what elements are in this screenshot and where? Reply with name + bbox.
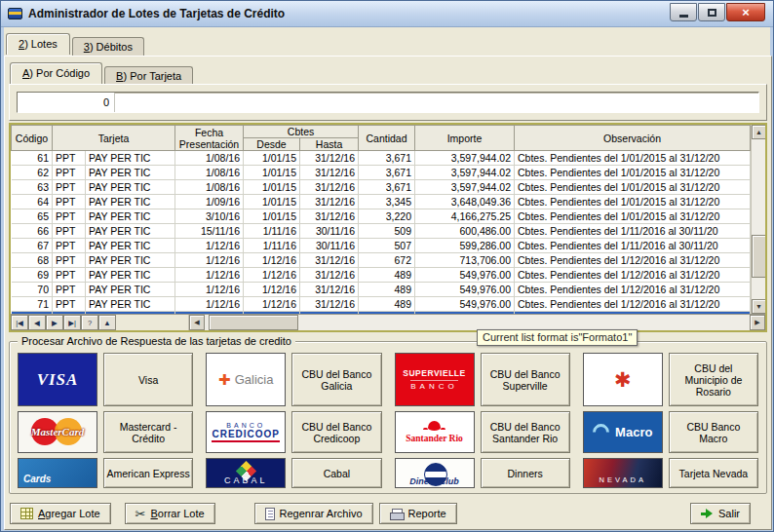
table-row[interactable]: 61PPTPAY PER TIC1/08/161/01/1531/12/163,… bbox=[12, 151, 751, 166]
cell-importe: 549,976.00 bbox=[415, 268, 515, 283]
col-header-cantidad[interactable]: Cantidad bbox=[359, 126, 415, 151]
credicoop-logo-icon: BANCOCREDICOOP bbox=[206, 411, 286, 453]
table-row[interactable]: 72PPTPAY PER TIC1/01/171/01/001/01/173,8… bbox=[12, 312, 751, 315]
maximize-button[interactable] bbox=[698, 3, 725, 21]
cell-cantidad: 509 bbox=[359, 224, 415, 239]
cell-fecha: 1/12/16 bbox=[175, 253, 244, 268]
cell-codigo: 66 bbox=[12, 224, 53, 239]
col-header-fecha-line2: Presentación bbox=[177, 138, 241, 150]
logo-text: Diners Club bbox=[396, 476, 474, 486]
borrar-lote-button[interactable]: Borrar Lote bbox=[125, 503, 215, 524]
santander-button[interactable]: CBU del Banco Santander Rio bbox=[481, 411, 570, 453]
table-row[interactable]: 65PPTPAY PER TIC3/10/161/01/1531/12/163,… bbox=[12, 209, 751, 224]
mastercard-button[interactable]: Mastercard - Crédito bbox=[103, 411, 193, 453]
cell-fecha: 1/12/16 bbox=[175, 297, 244, 312]
card-pair-mastercard: MasterCardMastercard - Crédito bbox=[18, 411, 193, 453]
col-header-tarjeta[interactable]: Tarjeta bbox=[53, 126, 175, 151]
cell-codigo: 62 bbox=[12, 166, 53, 180]
cell-importe: 3,648,049.36 bbox=[415, 195, 515, 209]
logo-text: Galicia bbox=[235, 372, 274, 387]
cell-importe: 3,597,944.02 bbox=[415, 166, 515, 180]
cell-desde: 1/01/15 bbox=[244, 195, 300, 209]
code-filter-input[interactable] bbox=[18, 93, 115, 112]
scroll-down-button[interactable]: ▼ bbox=[752, 299, 765, 314]
sub-tab-1[interactable]: A) Por Código bbox=[10, 62, 102, 84]
salir-button[interactable]: Salir bbox=[690, 503, 751, 524]
horizontal-scroll-track[interactable] bbox=[205, 315, 750, 330]
cell-cantidad: 3,671 bbox=[359, 166, 415, 180]
horizontal-scrollbar[interactable]: ◀ ▶ bbox=[188, 315, 765, 330]
cell-cantidad: 489 bbox=[359, 283, 415, 297]
cell-importe: 4,166,275.25 bbox=[415, 209, 515, 224]
nav-help-button[interactable]: ? bbox=[81, 315, 98, 330]
col-header-hasta[interactable]: Hasta bbox=[300, 138, 359, 151]
table-row[interactable]: 66PPTPAY PER TIC15/11/161/11/1630/11/165… bbox=[12, 224, 751, 239]
rosario-button[interactable]: CBU del Municipio de Rosario bbox=[669, 353, 758, 406]
cabal-button[interactable]: Cabal bbox=[291, 458, 381, 488]
diners-button[interactable]: Dinners bbox=[481, 458, 570, 488]
col-header-desde[interactable]: Desde bbox=[244, 138, 300, 151]
nav-prior-button[interactable]: ◀ bbox=[28, 315, 46, 330]
main-tab-2[interactable]: 3) Débitos bbox=[72, 37, 144, 57]
table-row[interactable]: 63PPTPAY PER TIC1/08/161/01/1531/12/163,… bbox=[12, 180, 751, 195]
table-row[interactable]: 70PPTPAY PER TIC1/12/161/12/1631/12/1648… bbox=[12, 283, 751, 297]
minimize-button[interactable] bbox=[670, 3, 697, 21]
col-header-fecha[interactable]: Fecha Presentación bbox=[175, 126, 244, 151]
credicoop-button[interactable]: CBU del Banco Credicoop bbox=[291, 411, 381, 453]
col-header-importe[interactable]: Importe bbox=[415, 126, 515, 151]
cell-tarjeta: PAY PER TIC bbox=[86, 195, 175, 209]
vertical-scroll-track[interactable] bbox=[752, 139, 765, 299]
card-pair-cabal: CABALCabal bbox=[206, 458, 381, 488]
table-row[interactable]: 67PPTPAY PER TIC1/12/161/11/1630/11/1650… bbox=[12, 239, 751, 253]
table-row[interactable]: 71PPTPAY PER TIC1/12/161/12/1631/12/1648… bbox=[12, 297, 751, 312]
table-row[interactable]: 69PPTPAY PER TIC1/12/161/12/1631/12/1648… bbox=[12, 268, 751, 283]
galicia-logo-icon: Galicia bbox=[206, 353, 286, 406]
cell-fecha: 15/11/16 bbox=[175, 224, 244, 239]
galicia-button[interactable]: CBU del Banco Galicia bbox=[291, 353, 381, 406]
vertical-scroll-thumb[interactable] bbox=[752, 235, 765, 278]
nav-next-button[interactable]: ▶ bbox=[46, 315, 63, 330]
scroll-up-button[interactable]: ▲ bbox=[752, 125, 765, 139]
col-header-observacion[interactable]: Observación bbox=[515, 126, 751, 151]
card-pair-rosario: CBU del Municipio de Rosario bbox=[583, 353, 758, 406]
close-button[interactable]: × bbox=[726, 3, 765, 21]
sub-tab-2[interactable]: B) Por Tarjeta bbox=[104, 66, 193, 86]
cell-observacion: Cbtes. Pendientes del 1/12/2016 al 31/12… bbox=[515, 297, 751, 312]
maximize-icon bbox=[708, 9, 716, 17]
table-row[interactable]: 64PPTPAY PER TIC1/09/161/01/1531/12/163,… bbox=[12, 195, 751, 209]
page-icon bbox=[265, 508, 275, 520]
logo-subtext: BANCO bbox=[410, 380, 457, 391]
main-tab-1[interactable]: 2) Lotes bbox=[6, 33, 70, 55]
regenerar-archivo-button[interactable]: Regenrar Archivo bbox=[254, 503, 373, 524]
nav-first-button[interactable]: |◀ bbox=[11, 315, 28, 330]
scroll-right-button[interactable]: ▶ bbox=[750, 315, 765, 330]
horizontal-scroll-thumb[interactable] bbox=[209, 315, 298, 330]
nav-edit-button[interactable]: ▲ bbox=[98, 315, 116, 330]
col-header-codigo[interactable]: Código bbox=[12, 126, 53, 151]
macro-button[interactable]: CBU Banco Macro bbox=[669, 411, 758, 453]
scroll-left-button[interactable]: ◀ bbox=[189, 315, 205, 330]
cell-importe: 599,286.00 bbox=[415, 239, 515, 253]
nav-last-button[interactable]: ▶| bbox=[63, 315, 81, 330]
cell-codigo: 68 bbox=[12, 253, 53, 268]
amex-button[interactable]: American Express bbox=[103, 458, 193, 488]
table-row[interactable]: 62PPTPAY PER TIC1/08/161/01/1531/12/163,… bbox=[12, 166, 751, 180]
agregar-lote-button[interactable]: Agregar Lote bbox=[10, 503, 111, 524]
sub-tabs: A) Por CódigoB) Por Tarjeta bbox=[10, 62, 195, 84]
cell-hasta: 31/12/16 bbox=[300, 180, 359, 195]
cell-codigo: 67 bbox=[12, 239, 53, 253]
col-header-cbtes[interactable]: Cbtes bbox=[244, 126, 359, 138]
exit-icon bbox=[701, 508, 714, 519]
cell-desde: 1/11/16 bbox=[244, 224, 300, 239]
nevada-button[interactable]: Tarjeta Nevada bbox=[669, 458, 758, 488]
cell-desde: 1/01/15 bbox=[244, 151, 300, 166]
table-row[interactable]: 68PPTPAY PER TIC1/12/161/12/1631/12/1667… bbox=[12, 253, 751, 268]
vertical-scrollbar[interactable]: ▲ ▼ bbox=[751, 125, 765, 314]
logo-text: MasterCard bbox=[19, 426, 97, 437]
logo-text: SUPERVIELLE bbox=[403, 368, 465, 378]
supervielle-button[interactable]: CBU del Banco Superville bbox=[481, 353, 570, 406]
visa-button[interactable]: Visa bbox=[103, 353, 193, 406]
card-pair-macro: MacroCBU Banco Macro bbox=[583, 411, 758, 453]
reporte-button[interactable]: Reporte bbox=[379, 503, 457, 524]
cards-groupbox: Procesar Archivo de Respuesta de las tar… bbox=[9, 341, 767, 494]
